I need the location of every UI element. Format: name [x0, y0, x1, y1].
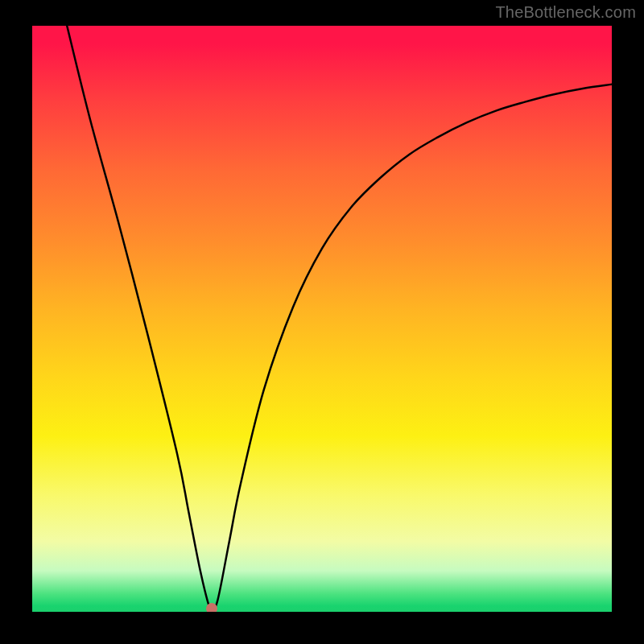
- watermark-text: TheBottleneck.com: [495, 3, 636, 22]
- chart-curve-svg: [32, 26, 612, 612]
- chart-marker-dot: [206, 603, 217, 612]
- chart-plot-area: [32, 26, 612, 612]
- bottleneck-curve-line: [67, 26, 612, 610]
